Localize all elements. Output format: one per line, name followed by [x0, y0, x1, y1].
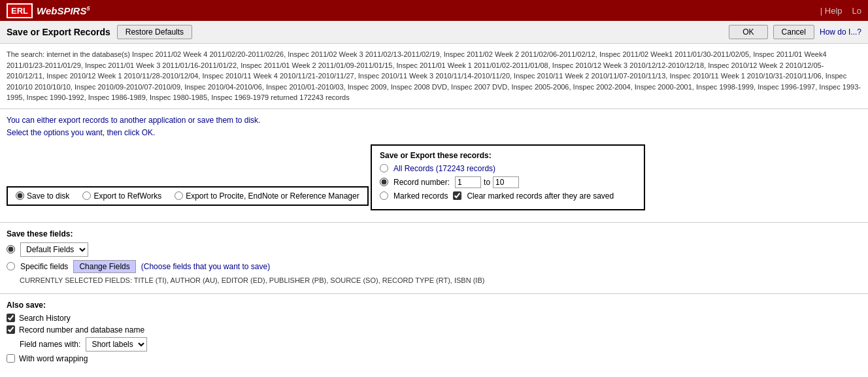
save-to-disk-option[interactable]: Save to disk: [16, 191, 69, 201]
word-wrapping-row: With word wrapping: [7, 354, 861, 363]
change-fields-button[interactable]: Change Fields: [73, 260, 135, 273]
default-fields-radio[interactable]: [7, 245, 15, 254]
record-range-inputs: to: [455, 176, 519, 188]
word-wrapping-label: With word wrapping: [19, 354, 88, 363]
currently-selected-fields: CURRENTLY SELECTED FIELDS: TITLE (TI), A…: [20, 276, 861, 284]
search-history-row: Search History: [7, 314, 861, 323]
default-fields-row: Default Fields All Fields Brief Fields: [7, 242, 861, 257]
record-from-input[interactable]: [455, 176, 481, 188]
instruction-line1: You can either export records to another…: [7, 114, 861, 127]
header-logo: ERL WebSPIRS5: [7, 3, 90, 18]
save-fields-title: Save these fields:: [7, 229, 861, 238]
logout-link[interactable]: Lo: [852, 6, 861, 16]
search-history-label: Search History: [19, 314, 71, 323]
export-procite-option[interactable]: Export to Procite, EndNote or Reference …: [175, 191, 359, 201]
export-procite-label: Export to Procite, EndNote or Reference …: [186, 191, 359, 201]
options-section: Save to disk Export to RefWorks Export t…: [0, 142, 868, 220]
restore-defaults-button[interactable]: Restore Defaults: [117, 25, 192, 39]
top-bar: Save or Export Records Restore Defaults …: [0, 21, 868, 44]
ok-button[interactable]: OK: [729, 25, 767, 39]
marked-records-row: Marked records Clear marked records afte…: [380, 191, 636, 201]
divider2: [0, 293, 868, 294]
logo-box: ERL: [7, 3, 33, 18]
record-number-row: Record number: to: [380, 176, 636, 188]
also-save-title: Also save:: [7, 301, 861, 310]
search-description: The search: internet in the database(s) …: [0, 44, 868, 109]
marked-records-radio[interactable]: [380, 191, 388, 200]
top-bar-left: Save or Export Records Restore Defaults: [7, 25, 192, 39]
save-to-disk-label: Save to disk: [27, 191, 69, 201]
default-fields-dropdown[interactable]: Default Fields All Fields Brief Fields: [20, 242, 88, 257]
record-number-db-label: Record number and database name: [19, 325, 144, 335]
field-names-row: Field names with: Short labels Long labe…: [20, 337, 861, 352]
clear-marked-label: Clear marked records after they are save…: [467, 191, 614, 201]
logo-text: WebSPIRS5: [37, 5, 90, 16]
save-export-records-title: Save or Export these records:: [380, 151, 636, 160]
also-save-section: Also save: Search History Record number …: [0, 297, 868, 370]
record-number-label: Record number:: [393, 178, 450, 187]
record-number-db-checkbox[interactable]: [7, 325, 15, 334]
top-bar-right: OK Cancel How do I...?: [729, 25, 861, 39]
record-to-label: to: [484, 178, 490, 187]
instruction-line2: Select the options you want, then click …: [7, 127, 861, 139]
save-to-disk-radio[interactable]: [16, 191, 24, 200]
specific-fields-row: Specific fields Change Fields (Choose fi…: [7, 260, 861, 273]
specific-fields-label: Specific fields: [20, 262, 68, 271]
export-refworks-label: Export to RefWorks: [93, 191, 161, 201]
record-to-input[interactable]: [493, 176, 519, 188]
specific-fields-radio[interactable]: [7, 262, 15, 270]
header: ERL WebSPIRS5 | Help Lo: [0, 0, 868, 21]
clear-marked-checkbox[interactable]: [453, 191, 461, 200]
all-records-row: All Records (172243 records): [380, 164, 636, 173]
help-link[interactable]: | Help: [820, 6, 843, 16]
field-names-dropdown[interactable]: Short labels Long labels No labels: [86, 337, 147, 352]
save-export-records-box: Save or Export these records: All Record…: [371, 144, 645, 210]
all-records-label: All Records (172243 records): [393, 164, 495, 173]
choose-fields-label: (Choose fields that you want to save): [141, 262, 270, 271]
word-wrapping-checkbox[interactable]: [7, 354, 15, 363]
how-do-i-link[interactable]: How do I...?: [820, 27, 861, 37]
export-procite-radio[interactable]: [175, 191, 183, 200]
header-right: | Help Lo: [820, 6, 861, 16]
cancel-button[interactable]: Cancel: [773, 25, 814, 39]
save-fields-section: Save these fields: Default Fields All Fi…: [0, 225, 868, 291]
record-number-db-row: Record number and database name: [7, 325, 861, 335]
page-title: Save or Export Records: [7, 27, 110, 37]
all-records-radio[interactable]: [380, 164, 388, 172]
field-names-with-label: Field names with:: [20, 340, 80, 349]
search-history-checkbox[interactable]: [7, 314, 15, 322]
instructions: You can either export records to another…: [0, 109, 868, 142]
record-number-radio[interactable]: [380, 178, 388, 186]
export-options-box: Save to disk Export to RefWorks Export t…: [7, 186, 369, 206]
export-refworks-radio[interactable]: [82, 191, 91, 200]
divider1: [0, 222, 868, 223]
export-refworks-option[interactable]: Export to RefWorks: [82, 191, 161, 201]
marked-records-label: Marked records: [393, 191, 448, 201]
